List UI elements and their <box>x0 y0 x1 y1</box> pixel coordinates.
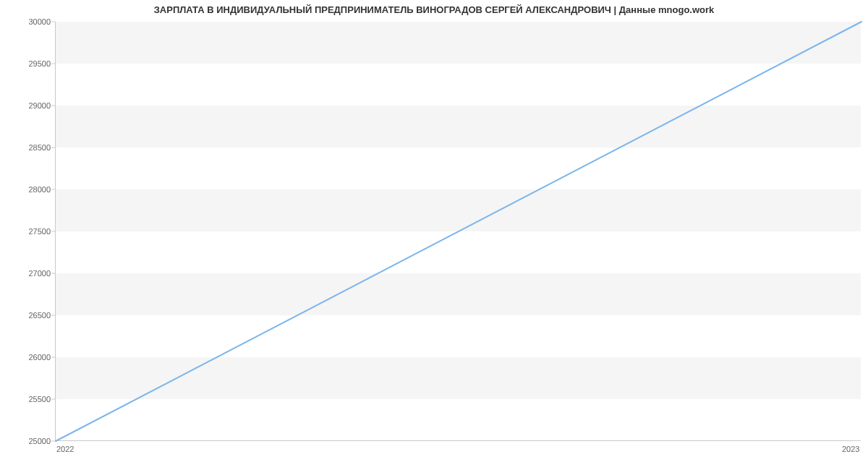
y-tick-mark <box>51 148 55 148</box>
y-tick-label: 26000 <box>14 353 51 362</box>
x-tick-label: 2023 <box>842 445 859 453</box>
chart-title: ЗАРПЛАТА В ИНДИВИДУАЛЬНЫЙ ПРЕДПРИНИМАТЕЛ… <box>0 4 868 15</box>
y-tick-mark <box>51 22 55 22</box>
plot-area <box>55 22 861 441</box>
y-tick-label: 25500 <box>14 395 51 403</box>
y-tick-mark <box>51 273 55 274</box>
y-tick-label: 30000 <box>14 17 51 26</box>
y-tick-label: 29000 <box>14 101 51 110</box>
line-layer <box>56 22 861 440</box>
y-tick-label: 25000 <box>14 437 51 445</box>
y-tick-mark <box>51 189 55 190</box>
y-tick-mark <box>51 441 55 442</box>
y-tick-mark <box>51 399 55 400</box>
y-tick-mark <box>51 231 55 232</box>
y-tick-label: 28000 <box>14 185 51 194</box>
y-tick-mark <box>51 106 55 106</box>
y-tick-mark <box>51 357 55 358</box>
y-tick-mark <box>51 64 55 64</box>
series-line <box>56 22 861 441</box>
y-tick-label: 29500 <box>14 59 51 68</box>
y-tick-label: 27500 <box>14 227 51 236</box>
y-tick-label: 27000 <box>14 269 51 278</box>
y-tick-mark <box>51 315 55 316</box>
y-tick-label: 28500 <box>14 143 51 152</box>
x-tick-label: 2022 <box>56 445 74 453</box>
y-tick-label: 26500 <box>14 311 51 320</box>
salary-line-chart: ЗАРПЛАТА В ИНДИВИДУАЛЬНЫЙ ПРЕДПРИНИМАТЕЛ… <box>0 0 868 470</box>
